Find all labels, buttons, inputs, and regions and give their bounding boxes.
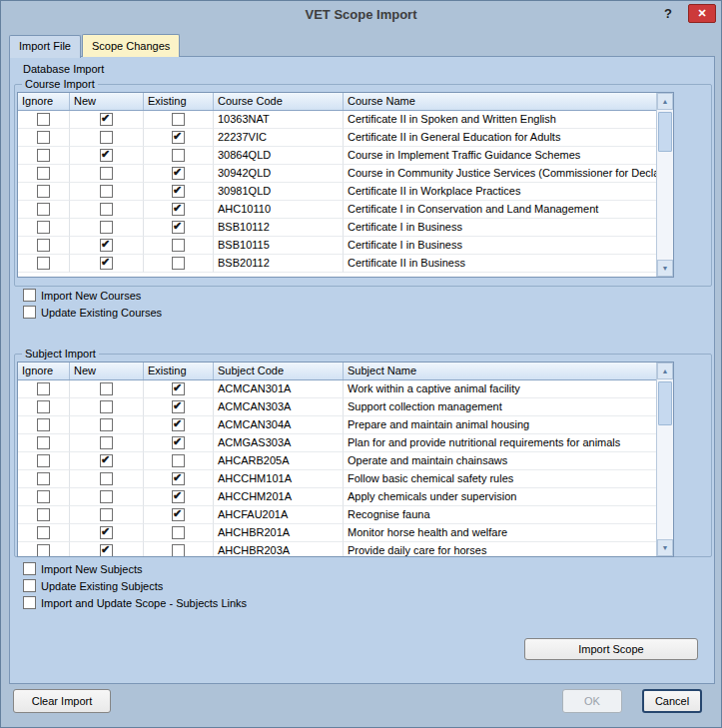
subject-name-cell[interactable]: Apply chemicals under supervision <box>344 488 656 506</box>
subject-scroll-up-button[interactable]: ▲ <box>657 363 673 379</box>
subject-name-cell[interactable]: Monitor horse health and welfare <box>344 524 656 542</box>
subject-table-scrollbar[interactable]: ▲ ▼ <box>656 363 673 556</box>
subject-existing-checkbox[interactable] <box>172 544 185 556</box>
subject-scroll-down-button[interactable]: ▼ <box>657 539 673 556</box>
subject-existing-checkbox[interactable] <box>172 418 185 431</box>
course-scrollbar-track[interactable] <box>657 110 673 260</box>
subject-table-row[interactable]: AHCCHM101AFollow basic chemical safety r… <box>18 470 656 488</box>
subject-ignore-checkbox[interactable] <box>37 418 50 431</box>
cancel-button[interactable]: Cancel <box>642 689 702 713</box>
subject-scrollbar-track[interactable] <box>657 379 673 539</box>
subject-new-checkbox[interactable] <box>100 526 113 539</box>
subject-column-header-existing[interactable]: Existing <box>144 363 214 379</box>
subject-column-header-ignore[interactable]: Ignore <box>18 363 70 379</box>
subject-ignore-checkbox[interactable] <box>37 382 50 395</box>
course-table-row[interactable]: 22237VICCertificate II in General Educat… <box>18 129 656 147</box>
course-new-checkbox[interactable] <box>100 203 113 216</box>
subject-new-checkbox[interactable] <box>100 490 113 503</box>
import-new-subjects-option[interactable]: Import New Subjects <box>23 561 142 576</box>
clear-import-button[interactable]: Clear Import <box>13 689 111 713</box>
course-new-checkbox[interactable] <box>100 149 113 162</box>
subject-existing-checkbox[interactable] <box>172 508 185 521</box>
course-code-cell[interactable]: 22237VIC <box>214 129 344 147</box>
subject-table-row[interactable]: ACMCAN304APrepare and maintain animal ho… <box>18 416 656 434</box>
course-existing-checkbox[interactable] <box>172 239 185 252</box>
subject-column-header-name[interactable]: Subject Name <box>344 363 656 379</box>
subject-code-cell[interactable]: ACMCAN301A <box>214 380 344 398</box>
course-existing-checkbox[interactable] <box>172 221 185 234</box>
course-column-header-code[interactable]: Course Code <box>214 93 344 110</box>
course-name-cell[interactable]: Certificate I in Conservation and Land M… <box>344 201 656 219</box>
subject-ignore-checkbox[interactable] <box>37 472 50 485</box>
subject-table-row[interactable]: ACMCAN303ASupport collection management <box>18 398 656 416</box>
subject-new-checkbox[interactable] <box>100 544 113 556</box>
subject-code-cell[interactable]: AHCCHM101A <box>214 470 344 488</box>
subject-table-row[interactable]: AHCHBR203AProvide daily care for horses <box>18 542 656 556</box>
course-scrollbar-thumb[interactable] <box>658 112 672 152</box>
subject-existing-checkbox[interactable] <box>172 490 185 503</box>
course-code-cell[interactable]: BSB10115 <box>214 237 344 255</box>
course-existing-checkbox[interactable] <box>172 113 185 126</box>
subject-table-row[interactable]: AHCCHM201AApply chemicals under supervis… <box>18 488 656 506</box>
course-name-cell[interactable]: Certificate II in Business <box>344 255 656 273</box>
subject-code-cell[interactable]: AHCFAU201A <box>214 506 344 524</box>
tab-scope-changes[interactable]: Scope Changes <box>82 34 180 57</box>
course-new-checkbox[interactable] <box>100 239 113 252</box>
course-code-cell[interactable]: 30942QLD <box>214 165 344 183</box>
subject-existing-checkbox[interactable] <box>172 526 185 539</box>
subject-table-row[interactable]: AHCHBR201AMonitor horse health and welfa… <box>18 524 656 542</box>
course-name-cell[interactable]: Certificate II in General Education for … <box>344 129 656 147</box>
subject-column-header-code[interactable]: Subject Code <box>214 363 344 379</box>
subject-scrollbar-thumb[interactable] <box>658 381 672 425</box>
subject-code-cell[interactable]: AHCARB205A <box>214 452 344 470</box>
course-table-row[interactable]: 30981QLDCertificate II in Workplace Prac… <box>18 183 656 201</box>
course-column-header-name[interactable]: Course Name <box>344 93 656 110</box>
course-existing-checkbox[interactable] <box>172 131 185 144</box>
subject-new-checkbox[interactable] <box>100 472 113 485</box>
subject-ignore-checkbox[interactable] <box>37 526 50 539</box>
subject-table-row[interactable]: AHCFAU201ARecognise fauna <box>18 506 656 524</box>
subject-code-cell[interactable]: AHCCHM201A <box>214 488 344 506</box>
course-code-cell[interactable]: 30981QLD <box>214 183 344 201</box>
course-column-header-ignore[interactable]: Ignore <box>18 93 70 110</box>
update-existing-subjects-checkbox[interactable] <box>23 579 36 592</box>
course-ignore-checkbox[interactable] <box>37 203 50 216</box>
course-ignore-checkbox[interactable] <box>37 257 50 270</box>
subject-name-cell[interactable]: Recognise fauna <box>344 506 656 524</box>
subject-name-cell[interactable]: Provide daily care for horses <box>344 542 656 556</box>
course-name-cell[interactable]: Course in Implement Traffic Guidance Sch… <box>344 147 656 165</box>
update-existing-subjects-option[interactable]: Update Existing Subjects <box>23 578 163 593</box>
subject-code-cell[interactable]: ACMGAS303A <box>214 434 344 452</box>
import-scope-button[interactable]: Import Scope <box>524 638 698 660</box>
course-new-checkbox[interactable] <box>100 221 113 234</box>
titlebar[interactable]: VET Scope Import ? ✕ <box>1 1 721 29</box>
course-table-row[interactable]: AHC10110Certificate I in Conservation an… <box>18 201 656 219</box>
subject-name-cell[interactable]: Operate and maintain chainsaws <box>344 452 656 470</box>
course-existing-checkbox[interactable] <box>172 149 185 162</box>
course-table-row[interactable]: BSB10115Certificate I in Business <box>18 237 656 255</box>
import-new-subjects-checkbox[interactable] <box>23 562 36 575</box>
course-name-cell[interactable]: Certificate I in Business <box>344 237 656 255</box>
subject-table-row[interactable]: AHCARB205AOperate and maintain chainsaws <box>18 452 656 470</box>
subject-ignore-checkbox[interactable] <box>37 454 50 467</box>
course-existing-checkbox[interactable] <box>172 257 185 270</box>
course-new-checkbox[interactable] <box>100 257 113 270</box>
subject-new-checkbox[interactable] <box>100 400 113 413</box>
course-ignore-checkbox[interactable] <box>37 167 50 180</box>
subject-code-cell[interactable]: AHCHBR203A <box>214 542 344 556</box>
course-ignore-checkbox[interactable] <box>37 185 50 198</box>
subject-ignore-checkbox[interactable] <box>37 400 50 413</box>
subject-name-cell[interactable]: Work within a captive animal facility <box>344 380 656 398</box>
subject-new-checkbox[interactable] <box>100 436 113 449</box>
course-new-checkbox[interactable] <box>100 113 113 126</box>
subject-ignore-checkbox[interactable] <box>37 508 50 521</box>
course-new-checkbox[interactable] <box>100 167 113 180</box>
course-scroll-down-button[interactable]: ▼ <box>657 260 673 277</box>
course-existing-checkbox[interactable] <box>172 203 185 216</box>
course-name-cell[interactable]: Certificate II in Spoken and Written Eng… <box>344 111 656 129</box>
course-name-cell[interactable]: Certificate I in Business <box>344 219 656 237</box>
help-button[interactable]: ? <box>659 5 677 23</box>
subject-existing-checkbox[interactable] <box>172 472 185 485</box>
course-ignore-checkbox[interactable] <box>37 239 50 252</box>
subject-code-cell[interactable]: AHCHBR201A <box>214 524 344 542</box>
